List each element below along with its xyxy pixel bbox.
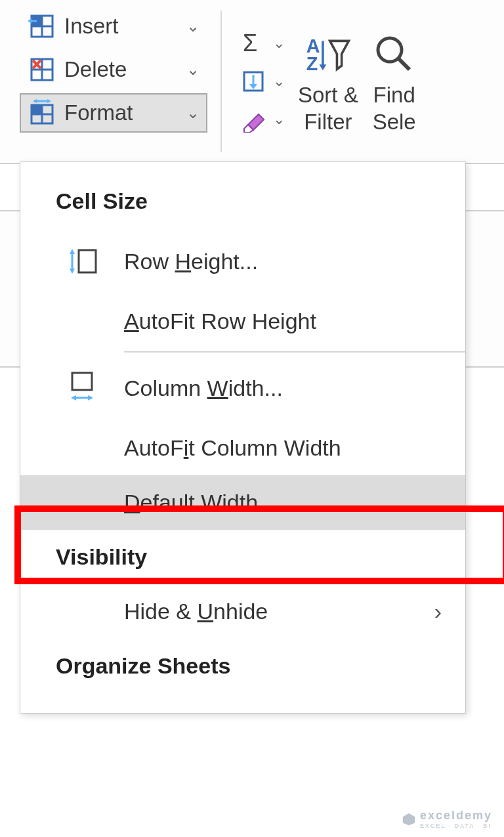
menu-item-autofit-column-width[interactable]: AutoFit Column Width — [20, 421, 465, 475]
svg-marker-38 — [403, 813, 415, 825]
menu-heading-organize-sheets: Organize Sheets — [20, 639, 465, 693]
chevron-down-icon: ⌄ — [273, 111, 285, 128]
autofit-row-height-label: AutoFit Row Height — [124, 309, 446, 334]
chevron-down-icon: ⌄ — [273, 73, 285, 90]
svg-text:Z: Z — [306, 53, 318, 74]
menu-item-row-height[interactable]: Row Height... — [20, 228, 465, 294]
hide-unhide-label: Hide & Unhide — [124, 599, 411, 624]
menu-item-default-width[interactable]: Default Width... — [20, 475, 465, 530]
chevron-down-icon: ⌄ — [273, 35, 285, 52]
row-height-label: Row Height... — [124, 249, 446, 274]
svg-rect-14 — [32, 105, 42, 114]
chevron-down-icon: ⌄ — [186, 17, 200, 35]
row-height-icon — [64, 243, 100, 280]
editing-group: Σ ⌄ ⌄ — [226, 0, 417, 163]
clear-button[interactable]: ⌄ — [239, 105, 285, 134]
cells-group: Insert ⌄ Delete ⌄ — [0, 0, 217, 163]
svg-marker-5 — [28, 18, 32, 24]
svg-marker-27 — [319, 64, 326, 70]
editing-mini-column: Σ ⌄ ⌄ — [239, 29, 285, 134]
column-width-label: Column Width... — [124, 376, 446, 401]
default-width-label: Default Width... — [124, 490, 446, 515]
menu-item-hide-unhide[interactable]: Hide & Unhide › — [20, 584, 465, 639]
format-label: Format — [64, 100, 133, 125]
sort-filter-label: Sort & Filter — [298, 81, 358, 136]
eraser-icon — [239, 105, 268, 134]
autofit-column-width-label: AutoFit Column Width — [124, 435, 446, 461]
menu-item-autofit-row-height[interactable]: AutoFit Row Height — [20, 294, 465, 349]
find-select-label: Find Sele — [373, 81, 416, 136]
watermark: exceldemy EXCEL · DATA · BI — [402, 809, 492, 829]
delete-label: Delete — [64, 57, 127, 82]
svg-marker-32 — [70, 249, 75, 254]
autosum-button[interactable]: Σ ⌄ — [239, 29, 285, 58]
fill-button[interactable]: ⌄ — [239, 67, 285, 96]
ribbon-separator — [220, 11, 222, 152]
format-dropdown-menu: Cell Size Row Height... AutoFit Row Heig… — [20, 161, 466, 714]
watermark-logo-icon — [402, 812, 416, 826]
svg-text:Σ: Σ — [243, 30, 257, 56]
svg-line-29 — [398, 58, 410, 70]
sigma-icon: Σ — [239, 29, 268, 58]
ribbon: Insert ⌄ Delete ⌄ — [0, 0, 504, 164]
insert-cells-icon — [28, 12, 56, 41]
watermark-tag: EXCEL · DATA · BI — [420, 823, 492, 829]
format-cells-icon — [28, 98, 56, 127]
svg-rect-30 — [79, 250, 96, 272]
menu-item-column-width[interactable]: Column Width... — [20, 355, 465, 421]
watermark-brand: exceldemy — [420, 809, 492, 823]
menu-heading-visibility: Visibility — [20, 530, 465, 584]
column-width-icon — [64, 370, 100, 406]
submenu-arrow-icon: › — [434, 599, 442, 624]
insert-button[interactable]: Insert ⌄ — [20, 7, 207, 46]
svg-marker-33 — [70, 268, 75, 274]
find-select-button[interactable]: Find Sele — [371, 28, 417, 136]
sort-filter-button[interactable]: A Z Sort & Filter — [298, 28, 358, 136]
svg-marker-17 — [47, 99, 51, 103]
chevron-down-icon: ⌄ — [186, 60, 200, 79]
svg-marker-21 — [249, 84, 257, 89]
insert-label: Insert — [64, 14, 119, 39]
menu-heading-cell-size: Cell Size — [20, 174, 465, 228]
chevron-down-icon: ⌄ — [186, 104, 200, 122]
sort-filter-icon: A Z — [305, 32, 351, 77]
svg-rect-34 — [72, 373, 92, 390]
delete-cells-icon — [28, 55, 56, 84]
svg-marker-36 — [71, 395, 76, 400]
svg-marker-16 — [33, 99, 37, 103]
format-button[interactable]: Format ⌄ — [20, 93, 207, 133]
svg-marker-37 — [88, 395, 93, 400]
delete-button[interactable]: Delete ⌄ — [20, 50, 207, 89]
find-icon — [371, 32, 417, 77]
fill-down-icon — [239, 67, 268, 96]
menu-separator — [124, 351, 465, 353]
